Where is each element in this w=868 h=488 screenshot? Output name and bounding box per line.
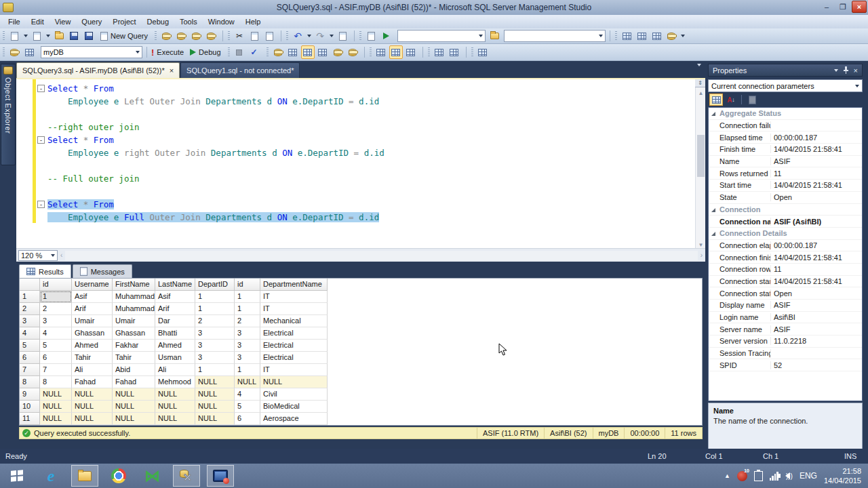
grid-cell[interactable]: Abid xyxy=(113,364,155,376)
grid-cell[interactable]: Fahad xyxy=(72,376,113,388)
taskbar-ssms[interactable] xyxy=(173,465,200,487)
grid-rownum[interactable]: 4 xyxy=(20,327,40,340)
minimize-button[interactable]: – xyxy=(819,1,834,13)
scroll-down-icon[interactable]: ▼ xyxy=(696,240,705,248)
property-value[interactable]: Open xyxy=(771,193,862,201)
grid-cell[interactable]: Tahir xyxy=(72,352,113,364)
grid-cell[interactable]: 5 xyxy=(235,401,260,413)
indent-increase-icon[interactable] xyxy=(448,45,461,59)
maximize-button[interactable]: ❐ xyxy=(835,1,850,13)
grid-cell[interactable]: NULL xyxy=(155,401,195,413)
grid-cell[interactable]: Ali xyxy=(155,364,195,376)
toolbar-combo-1[interactable] xyxy=(397,30,486,42)
results-tab-messages[interactable]: Messages xyxy=(73,264,132,278)
grid-cell[interactable]: 2 xyxy=(195,315,235,327)
parse-check-icon[interactable]: ✓ xyxy=(248,45,261,59)
find-in-files-icon[interactable] xyxy=(620,29,633,43)
grid-cell[interactable]: 3 xyxy=(195,352,235,364)
property-row[interactable]: NameASIF xyxy=(709,156,862,168)
menu-file[interactable]: File xyxy=(3,16,26,28)
grid-rownum[interactable]: 11 xyxy=(20,413,40,425)
fold-collapse-icon[interactable]: - xyxy=(37,201,45,208)
grid-cell[interactable]: Mehmood xyxy=(155,376,195,388)
grid-cell[interactable]: Mechanical xyxy=(260,315,328,327)
grid-cell[interactable]: Electrical xyxy=(260,352,328,364)
grid-cell[interactable]: Fakhar xyxy=(113,340,155,352)
xml-editor-icon[interactable] xyxy=(364,29,378,43)
scroll-right-icon[interactable]: › xyxy=(701,251,703,259)
database-combo[interactable]: myDB xyxy=(41,46,142,58)
grid-cell[interactable]: Ghassan xyxy=(72,327,113,340)
grid-cell[interactable]: Muhammad xyxy=(113,291,155,303)
taskbar-screen-app[interactable] xyxy=(207,465,234,487)
new-query-button[interactable]: New Query xyxy=(98,31,152,41)
code-line-5[interactable]: -Select * From xyxy=(16,134,705,146)
grid-rownum[interactable]: 7 xyxy=(20,364,40,376)
grid-cell[interactable]: Umair xyxy=(72,315,113,327)
grid-cell[interactable]: 6 xyxy=(40,352,72,364)
grid-cell[interactable]: Ahmed xyxy=(155,340,195,352)
power-icon[interactable] xyxy=(754,471,763,481)
grid-header-FirstName[interactable]: FirstName xyxy=(113,279,155,291)
property-value[interactable]: 11.0.2218 xyxy=(771,337,862,345)
stop-icon[interactable] xyxy=(233,45,246,59)
run-icon[interactable] xyxy=(379,29,393,43)
comment-ab-icon[interactable] xyxy=(476,45,490,59)
property-row[interactable]: Login nameAsif\BI xyxy=(709,312,862,324)
grid-cell[interactable]: 4 xyxy=(40,327,72,340)
fold-collapse-icon[interactable]: - xyxy=(37,136,45,144)
grid-cell[interactable]: NULL xyxy=(195,376,235,388)
close-button[interactable]: × xyxy=(852,1,867,13)
grid-cell[interactable]: NULL xyxy=(40,413,72,425)
grid-cell[interactable]: Arif xyxy=(72,303,113,315)
menu-query[interactable]: Query xyxy=(76,16,107,28)
property-value[interactable]: 14/04/2015 21:58:41 xyxy=(771,253,862,262)
property-category[interactable]: Aggregate Status xyxy=(709,108,862,120)
tab-list-chevron-icon[interactable] xyxy=(697,66,701,75)
grid-rownum[interactable]: 3 xyxy=(20,315,40,327)
property-value[interactable]: 00:00:00.187 xyxy=(771,241,862,249)
toolbar-combo-2[interactable] xyxy=(504,30,606,42)
property-row[interactable]: Connection failures xyxy=(709,120,862,132)
document-tab-1[interactable]: SQLQuery3.sql - ASIF.myDB (Asif\BI (52))… xyxy=(16,62,180,78)
volume-icon[interactable]: ))) xyxy=(785,472,793,480)
scroll-left-icon[interactable]: ‹ xyxy=(60,251,62,259)
grid-cell[interactable]: NULL xyxy=(195,401,235,413)
grid-rownum[interactable]: 6 xyxy=(20,352,40,364)
results-grid[interactable]: idUsernameFirstNameLastNameDepartIDidDep… xyxy=(19,278,703,426)
fold-collapse-icon[interactable]: - xyxy=(37,85,45,92)
grid-rownum[interactable]: 8 xyxy=(20,376,40,388)
undo-icon[interactable]: ↶ xyxy=(291,29,304,43)
window-position-icon[interactable] xyxy=(834,69,838,72)
properties-grid[interactable]: Aggregate StatusConnection failuresElaps… xyxy=(708,107,863,401)
grid-cell[interactable]: 3 xyxy=(235,352,260,364)
category-expand-icon[interactable] xyxy=(711,232,715,236)
property-row[interactable]: StateOpen xyxy=(709,192,862,204)
notification-app-icon[interactable]: 10 xyxy=(737,471,747,481)
execute-button[interactable]: ! Execute xyxy=(149,47,188,58)
code-line-3[interactable] xyxy=(16,108,705,121)
code-line-4[interactable]: --right outer join xyxy=(16,121,705,134)
property-value[interactable]: 11 xyxy=(771,265,862,273)
registered-servers-icon[interactable] xyxy=(7,45,21,59)
category-expand-icon[interactable] xyxy=(711,112,715,116)
grid-cell[interactable]: IT xyxy=(260,291,328,303)
add-item-icon[interactable] xyxy=(30,29,43,43)
tab-close-icon[interactable]: × xyxy=(170,66,174,75)
save-icon[interactable] xyxy=(67,29,81,43)
code-line-7[interactable] xyxy=(16,159,705,172)
panel-close-icon[interactable]: × xyxy=(854,66,858,75)
results-to-text-icon[interactable] xyxy=(374,45,388,59)
grid-cell[interactable]: Bhatti xyxy=(155,327,195,340)
property-category[interactable]: Connection Details xyxy=(709,228,862,240)
grid-header-id[interactable]: id xyxy=(40,279,72,291)
code-line-10[interactable]: -Select * From xyxy=(16,198,705,211)
grid-cell[interactable]: 2 xyxy=(235,315,260,327)
grid-cell[interactable]: 3 xyxy=(235,340,260,352)
grid-rownum[interactable]: 1 xyxy=(20,291,40,303)
menu-view[interactable]: View xyxy=(50,16,77,28)
dropdown-caret-icon[interactable] xyxy=(45,29,51,43)
menu-edit[interactable]: Edit xyxy=(26,16,50,28)
property-row[interactable]: Rows returned11 xyxy=(709,167,862,180)
grid-cell[interactable]: 2 xyxy=(40,303,72,315)
